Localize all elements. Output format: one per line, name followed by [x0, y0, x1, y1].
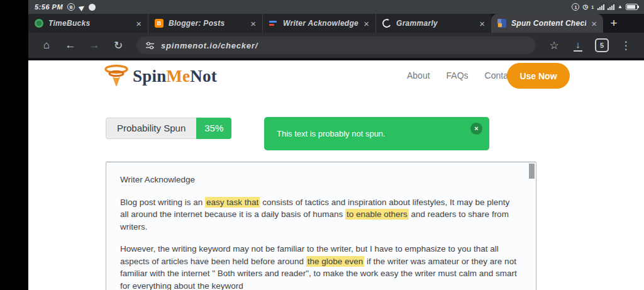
- tab-count: 5: [595, 38, 609, 52]
- close-tab-icon[interactable]: ×: [250, 19, 256, 28]
- nav-link-about[interactable]: About: [407, 70, 430, 81]
- status-bar-right: 1 ◷ 1 ▲: [572, 3, 638, 11]
- probability-result: Probability Spun 35%: [106, 118, 231, 139]
- home-button[interactable]: ⌂: [36, 35, 57, 56]
- logo-wordmark: SpinMeNot: [133, 67, 217, 86]
- messenger-notification-icon: [89, 4, 96, 11]
- status-bar: 5:56 PM B ▶ 1 ◷ 1 ▲: [28, 0, 644, 14]
- battery-icon: [626, 4, 638, 10]
- omnibox[interactable]: spinmenot.io/checker/: [136, 36, 536, 54]
- tab-timebucks[interactable]: TimeBucks ×: [28, 14, 148, 33]
- menu-kebab-icon[interactable]: ⋮: [615, 35, 636, 56]
- site-nav: About FAQs Contact: [407, 70, 515, 81]
- editor-paragraph-1: Blog post writing is an easy task that c…: [120, 196, 519, 233]
- tab-label: Spun Content Checker: [511, 19, 586, 28]
- close-tab-icon[interactable]: ×: [136, 19, 142, 28]
- close-tab-icon[interactable]: ×: [591, 19, 597, 28]
- device-screen: 5:56 PM B ▶ 1 ◷ 1 ▲ TimeBucks × B Blogge…: [0, 0, 644, 290]
- tab-label: Grammarly: [396, 19, 474, 28]
- tab-grammarly[interactable]: Grammarly ×: [375, 14, 491, 33]
- probability-label: Probability Spun: [106, 118, 196, 139]
- highlighted-segment: easy task that: [205, 197, 260, 208]
- tab-switcher-button[interactable]: 5: [591, 35, 613, 56]
- spinmenot-favicon: [497, 19, 506, 28]
- timebucks-favicon: [35, 19, 43, 28]
- download-icon[interactable]: ↓: [567, 35, 589, 56]
- editor-scrollbar-thumb[interactable]: [529, 164, 535, 179]
- nav-link-faqs[interactable]: FAQs: [447, 70, 469, 81]
- new-tab-button[interactable]: +: [603, 14, 625, 33]
- content-textarea[interactable]: Writer Acknowledge Blog post writing is …: [106, 162, 536, 290]
- spinmenot-logo-icon: [104, 64, 129, 88]
- site-logo[interactable]: SpinMeNot: [104, 64, 217, 88]
- highlighted-segment: to enable others: [345, 209, 409, 220]
- tab-spun-content-checker-active[interactable]: Spun Content Checker ×: [491, 14, 603, 33]
- alarm-icon: ◷: [582, 4, 588, 10]
- blogger-favicon: B: [155, 19, 164, 28]
- document-favicon: [269, 19, 278, 28]
- bookmark-star-icon[interactable]: ☆: [543, 35, 565, 56]
- alert-close-icon[interactable]: ×: [470, 123, 482, 135]
- webpage: SpinMeNot About FAQs Contact Use Now Pro…: [28, 58, 644, 290]
- send-notification-icon: ▶: [78, 3, 86, 11]
- sim1-signal-icon: [597, 4, 604, 10]
- tab-blogger[interactable]: B Blogger: Posts ×: [148, 14, 262, 33]
- probability-value-badge: 35%: [196, 118, 231, 139]
- circled-b-notification-icon: B: [67, 3, 75, 11]
- result-alert: This text is probably not spun. ×: [264, 117, 489, 150]
- sim1-number: 1: [591, 5, 594, 9]
- forward-button[interactable]: →: [84, 35, 105, 56]
- tab-label: Blogger: Posts: [169, 19, 245, 28]
- close-tab-icon[interactable]: ×: [364, 19, 369, 28]
- reload-button[interactable]: ↻: [108, 35, 129, 56]
- url-text[interactable]: spinmenot.io/checker/: [161, 41, 258, 50]
- browser-toolbar: ⌂ ← → ↻ spinmenot.io/checker/ ☆ ↓ 5 ⋮: [28, 33, 644, 58]
- network-triangle-icon: ▲: [618, 4, 623, 9]
- grammarly-favicon: [381, 18, 392, 28]
- site-settings-icon[interactable]: [145, 41, 155, 50]
- back-button[interactable]: ←: [60, 35, 81, 56]
- clock-time: 5:56 PM: [35, 3, 63, 11]
- tab-label: TimeBucks: [48, 19, 131, 28]
- alert-message: This text is probably not spun.: [277, 129, 386, 138]
- use-now-button[interactable]: Use Now: [507, 63, 570, 89]
- editor-paragraph-2: However, the writing keyword may not be …: [120, 243, 519, 290]
- editor-line-title: Writer Acknowledge: [120, 174, 519, 186]
- status-bar-left: 5:56 PM B ▶: [35, 3, 96, 11]
- tab-strip: TimeBucks × B Blogger: Posts × Writer Ac…: [28, 14, 644, 33]
- data-saver-icon: 1: [572, 3, 579, 11]
- tab-writer-acknowledge[interactable]: Writer Acknowledge Th ×: [262, 14, 375, 33]
- highlighted-segment: the globe even: [306, 256, 365, 267]
- close-tab-icon[interactable]: ×: [479, 19, 485, 28]
- tab-label: Writer Acknowledge Th: [283, 19, 358, 28]
- text-segment: Blog post writing is an: [120, 198, 205, 207]
- sim2-signal-icon: [608, 4, 614, 10]
